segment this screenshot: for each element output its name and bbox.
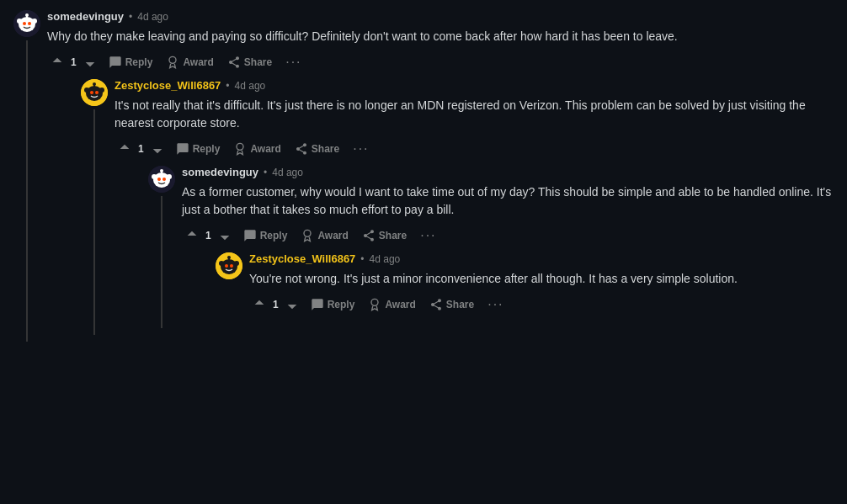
upvote-icon-4 xyxy=(253,298,266,311)
more-btn-3[interactable]: ··· xyxy=(415,226,441,245)
award-icon-2 xyxy=(233,142,247,156)
vote-count-3: 1 xyxy=(205,230,211,241)
comment-4-actions: 1 xyxy=(249,294,834,315)
comment-1-text: Why do they make leaving and paying so d… xyxy=(47,28,834,45)
thread-line-bar-2 xyxy=(93,109,95,335)
comment-2-left xyxy=(81,79,108,335)
svg-point-3 xyxy=(32,19,37,24)
share-icon-3 xyxy=(362,229,376,242)
downvote-icon-2 xyxy=(151,142,164,156)
vote-count-1: 1 xyxy=(71,56,77,68)
comment-3-body: somedevinguy • 4d ago As a former custom… xyxy=(182,166,834,328)
share-btn-1[interactable]: Share xyxy=(222,52,277,72)
svg-point-16 xyxy=(93,82,96,86)
snoo-icon-3 xyxy=(148,166,175,193)
vote-section-2: 1 xyxy=(115,141,168,157)
downvote-btn-3[interactable] xyxy=(215,227,235,244)
nested-2: somedevinguy • 4d ago As a former custom… xyxy=(148,166,834,328)
svg-point-12 xyxy=(99,88,104,93)
award-icon-1 xyxy=(166,56,179,69)
downvote-btn-1[interactable] xyxy=(80,54,100,71)
thread-line-bar-3 xyxy=(161,196,162,328)
comment-2-body: Zestyclose_Will6867 • 4d ago It's not re… xyxy=(115,79,834,335)
svg-point-14 xyxy=(95,91,99,94)
reply-btn-3[interactable]: Reply xyxy=(238,225,293,246)
share-btn-2[interactable]: Share xyxy=(290,139,344,159)
username-somedevinguy-1: somedevinguy xyxy=(47,10,124,23)
award-btn-2[interactable]: Award xyxy=(228,139,285,159)
avatar-somedevinguy-2 xyxy=(148,166,175,193)
upvote-icon-3 xyxy=(185,229,199,242)
svg-point-8 xyxy=(169,56,176,63)
comment-thread: somedevinguy • 4d ago Why do they make l… xyxy=(0,0,847,352)
comment-1-left xyxy=(13,10,40,342)
vote-section-1: 1 xyxy=(47,54,100,71)
svg-point-22 xyxy=(157,178,161,181)
upvote-btn-1[interactable] xyxy=(47,54,67,71)
comment-3-left xyxy=(148,166,175,328)
downvote-btn-4[interactable] xyxy=(282,296,302,313)
share-btn-4[interactable]: Share xyxy=(424,294,479,315)
comment-1-actions: 1 Reply Award Share ··· xyxy=(47,52,834,72)
comment-2-text: It's not really that it's difficult. It'… xyxy=(115,97,834,132)
upvote-btn-3[interactable] xyxy=(182,227,202,244)
award-btn-4[interactable]: Award xyxy=(363,294,420,315)
svg-point-25 xyxy=(160,169,163,172)
comment-4: Zestyclose_Will6867 • 4d ago You're not … xyxy=(216,252,834,321)
svg-point-30 xyxy=(234,261,239,266)
award-btn-1[interactable]: Award xyxy=(161,52,218,72)
svg-point-20 xyxy=(152,174,157,179)
upvote-btn-4[interactable] xyxy=(249,296,269,313)
svg-point-17 xyxy=(237,143,243,150)
svg-point-13 xyxy=(90,91,93,94)
timestamp-3-val: 4d ago xyxy=(272,167,303,178)
comment-1-header: somedevinguy • 4d ago xyxy=(47,10,834,23)
comment-4-left xyxy=(216,252,242,321)
comment-3-text: As a former customer, why would I want t… xyxy=(182,183,834,219)
svg-point-31 xyxy=(225,264,228,268)
svg-point-7 xyxy=(25,13,29,17)
share-icon-1 xyxy=(227,56,241,69)
reply-icon-4 xyxy=(311,298,324,311)
share-btn-3[interactable]: Share xyxy=(357,225,412,246)
reply-btn-4[interactable]: Reply xyxy=(306,294,360,315)
nested-3: Zestyclose_Will6867 • 4d ago You're not … xyxy=(216,252,834,321)
reply-btn-2[interactable]: Reply xyxy=(171,139,226,159)
downvote-icon-3 xyxy=(218,229,232,242)
comment-1: somedevinguy • 4d ago Why do they make l… xyxy=(13,10,834,342)
upvote-btn-2[interactable] xyxy=(115,141,135,157)
username-zesty-2: Zestyclose_Will6867 xyxy=(249,252,355,265)
thread-line-3 xyxy=(161,196,162,328)
downvote-icon-1 xyxy=(83,56,97,69)
svg-point-32 xyxy=(230,264,233,268)
share-icon-4 xyxy=(429,298,443,311)
svg-point-11 xyxy=(84,88,89,93)
reply-icon-2 xyxy=(176,142,189,156)
comment-1-body: somedevinguy • 4d ago Why do they make l… xyxy=(47,10,834,342)
comment-3-header: somedevinguy • 4d ago xyxy=(182,166,834,178)
timestamp-2: • xyxy=(226,80,229,92)
timestamp-1: • xyxy=(129,11,132,23)
award-btn-3[interactable]: Award xyxy=(296,225,353,246)
downvote-btn-2[interactable] xyxy=(147,141,168,157)
vote-count-4: 1 xyxy=(273,299,279,310)
comment-2-actions: 1 Reply Award xyxy=(115,139,834,159)
snoo-icon-4 xyxy=(216,252,242,279)
svg-point-29 xyxy=(219,261,224,266)
more-btn-4[interactable]: ··· xyxy=(482,295,509,314)
svg-point-23 xyxy=(162,178,166,181)
comment-4-text: You're not wrong. It's just a minor inco… xyxy=(249,270,834,288)
more-btn-1[interactable]: ··· xyxy=(280,53,306,72)
thread-line-1 xyxy=(26,40,28,342)
comment-3-actions: 1 Reply xyxy=(182,225,834,246)
snoo-icon-1 xyxy=(13,10,40,37)
timestamp-3: • xyxy=(264,167,267,178)
svg-point-2 xyxy=(17,19,22,24)
username-zesty-1: Zestyclose_Will6867 xyxy=(115,79,221,92)
downvote-icon-4 xyxy=(285,298,299,311)
more-btn-2[interactable]: ··· xyxy=(348,140,374,158)
reply-btn-1[interactable]: Reply xyxy=(104,52,158,72)
avatar-somedevinguy-1 xyxy=(13,10,40,37)
reply-icon-1 xyxy=(109,56,122,69)
avatar-zesty-2 xyxy=(216,252,242,279)
